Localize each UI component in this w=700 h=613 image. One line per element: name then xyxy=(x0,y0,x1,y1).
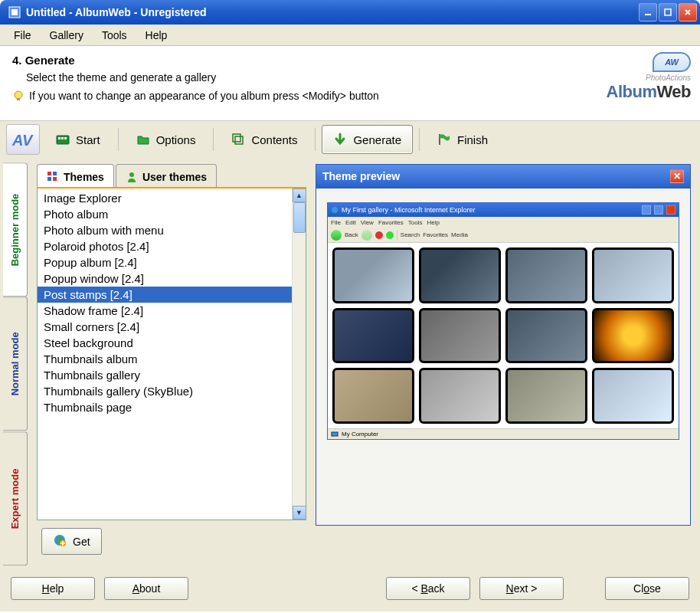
svg-rect-3 xyxy=(665,9,671,15)
browser-menubar: File Edit View Favorites Tools Help xyxy=(328,217,679,228)
tip-text: If you want to change an appearance of y… xyxy=(29,90,379,102)
close-button[interactable] xyxy=(679,3,697,21)
maximize-button[interactable] xyxy=(659,3,677,21)
thumbnail xyxy=(419,247,501,303)
scroll-up-button[interactable]: ▲ xyxy=(293,188,306,202)
start-button[interactable]: Start xyxy=(44,125,112,154)
themes-panel: Themes User themes Image ExplorerPhoto a… xyxy=(37,164,306,559)
theme-item[interactable]: Image Explorer xyxy=(38,190,306,206)
gallery-grid xyxy=(328,243,679,428)
theme-item[interactable]: Small corners [2.4] xyxy=(38,319,306,335)
preview-panel: Theme preview ✕ My First gallery - Micro… xyxy=(316,164,691,559)
svg-point-22 xyxy=(332,207,338,213)
svg-rect-5 xyxy=(17,98,20,100)
globe-icon xyxy=(53,533,67,549)
thumbnail xyxy=(592,247,674,303)
menu-file[interactable]: File xyxy=(6,26,39,44)
svg-rect-10 xyxy=(61,137,64,139)
theme-item[interactable]: Thumbnails gallery xyxy=(38,367,306,383)
thumbnail xyxy=(332,308,414,364)
computer-icon xyxy=(331,431,339,438)
browser-max-icon xyxy=(654,205,663,215)
theme-item[interactable]: Shadow frame [2.4] xyxy=(38,303,306,319)
thumbnail xyxy=(505,308,587,364)
svg-rect-11 xyxy=(64,137,67,139)
brand-subtitle: PhotoActions xyxy=(568,74,691,82)
mode-beginner-tab[interactable]: Beginner mode xyxy=(3,162,28,297)
titlebar[interactable]: Untitled - AlbumWeb - Unregistered xyxy=(0,0,700,25)
menu-tools[interactable]: Tools xyxy=(94,26,135,44)
preview-close-button[interactable]: ✕ xyxy=(670,169,684,183)
browser-min-icon xyxy=(642,205,651,215)
menu-help[interactable]: Help xyxy=(138,26,175,44)
svg-rect-17 xyxy=(47,177,51,181)
svg-rect-18 xyxy=(53,177,57,181)
thumbnail xyxy=(332,368,414,424)
theme-item[interactable]: Steel background xyxy=(38,335,306,351)
theme-item[interactable]: Thumbnails album xyxy=(38,351,306,367)
preview-titlebar: Theme preview ✕ xyxy=(316,164,691,188)
thumbnail xyxy=(505,247,587,303)
about-button[interactable]: About xyxy=(104,577,188,600)
svg-rect-15 xyxy=(47,172,51,175)
browser-title: My First gallery - Microsoft Internet Ex… xyxy=(342,206,639,214)
menu-gallery[interactable]: Gallery xyxy=(42,26,91,44)
footer: Help About < Back Next > Close xyxy=(0,565,700,611)
user-icon xyxy=(126,171,138,183)
thumbnail xyxy=(419,308,501,364)
next-button[interactable]: Next > xyxy=(479,577,564,600)
scroll-down-button[interactable]: ▼ xyxy=(293,506,306,520)
folder-icon xyxy=(136,133,150,146)
svg-point-19 xyxy=(129,172,134,177)
ie-icon xyxy=(331,206,339,214)
generate-button[interactable]: Generate xyxy=(322,125,413,154)
theme-item[interactable]: Photo album xyxy=(38,206,306,222)
theme-item[interactable]: Thumbnails page xyxy=(38,399,306,415)
back-icon xyxy=(331,230,342,241)
theme-list[interactable]: Image ExplorerPhoto albumPhoto album wit… xyxy=(38,188,306,520)
themes-tab[interactable]: Themes xyxy=(37,164,114,187)
flag-icon xyxy=(437,133,451,146)
wizard-toolbar: AV Start Options Contents Generate Finis… xyxy=(0,121,700,158)
refresh-icon xyxy=(386,231,394,239)
thumbnail xyxy=(592,308,674,364)
logo-icon: AV xyxy=(6,124,40,155)
svg-rect-8 xyxy=(57,136,69,144)
theme-item[interactable]: Popup window [2.4] xyxy=(38,270,306,287)
mode-normal-tab[interactable]: Normal mode xyxy=(3,297,28,431)
user-themes-tab[interactable]: User themes xyxy=(116,164,217,187)
svg-rect-9 xyxy=(58,137,61,139)
minimize-button[interactable] xyxy=(639,3,657,21)
options-button[interactable]: Options xyxy=(125,125,208,154)
help-button[interactable]: Help xyxy=(11,577,95,600)
wizard-header: 4. Generate Select the theme and generat… xyxy=(0,46,700,121)
menubar: File Gallery Tools Help xyxy=(0,25,700,46)
theme-item[interactable]: Polaroid photos [2.4] xyxy=(38,238,306,254)
browser-preview: My First gallery - Microsoft Internet Ex… xyxy=(327,202,679,440)
theme-item[interactable]: Photo album with menu xyxy=(38,222,306,238)
theme-item[interactable]: Post stamps [2.4] xyxy=(38,287,306,303)
window-title: Untitled - AlbumWeb - Unregistered xyxy=(26,6,639,18)
finish-button[interactable]: Finish xyxy=(426,125,499,154)
stop-icon xyxy=(375,231,383,239)
scrollbar[interactable]: ▲ ▼ xyxy=(292,188,306,520)
scroll-thumb[interactable] xyxy=(293,202,306,233)
svg-point-4 xyxy=(15,91,22,99)
browser-toolbar: Back Search Favorites Media xyxy=(328,228,679,243)
theme-item[interactable]: Popup album [2.4] xyxy=(38,254,306,270)
mode-tabs: Beginner mode Normal mode Expert mode xyxy=(0,158,28,565)
svg-rect-16 xyxy=(53,172,57,175)
forward-icon xyxy=(361,230,372,241)
thumbnail xyxy=(592,368,674,424)
get-button[interactable]: Get xyxy=(41,528,102,555)
theme-item[interactable]: Thumbnails gallery (SkyBlue) xyxy=(38,383,306,399)
start-icon xyxy=(56,133,70,146)
browser-statusbar: My Computer xyxy=(328,428,679,439)
svg-rect-13 xyxy=(235,136,243,144)
svg-text:V: V xyxy=(22,132,34,149)
mode-expert-tab[interactable]: Expert mode xyxy=(3,431,28,565)
brand-logo: AW PhotoActions AlbumWeb xyxy=(568,52,691,106)
contents-button[interactable]: Contents xyxy=(220,125,309,154)
back-button[interactable]: < Back xyxy=(386,577,470,600)
close-button-footer[interactable]: Close xyxy=(605,577,689,600)
